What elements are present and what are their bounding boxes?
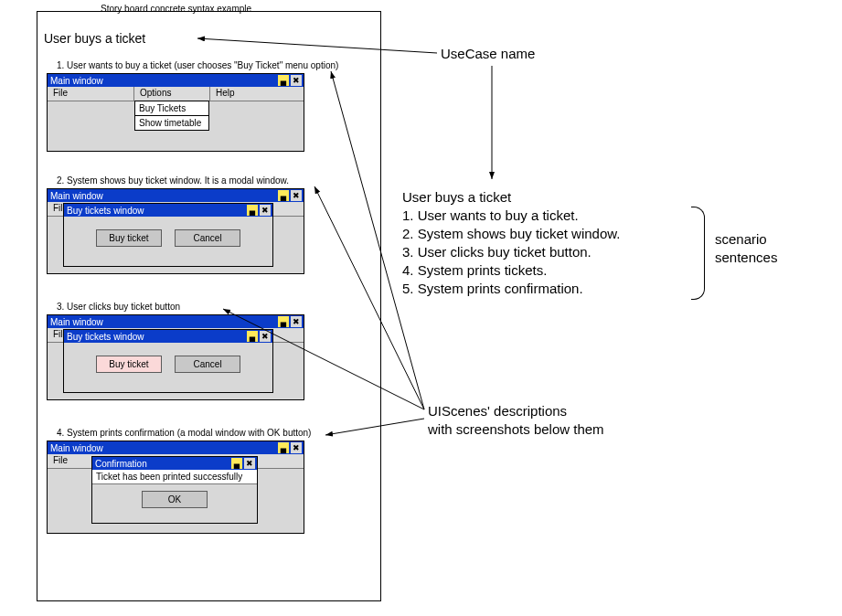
minimize-icon[interactable]: ▄ [278, 316, 289, 327]
close-icon[interactable]: ✖ [244, 458, 255, 469]
step4-win-title: Main window [50, 443, 103, 453]
scenario-line-5: 5. System prints confirmation. [402, 280, 620, 298]
step3-dialog: Buy tickets window ▄ ✖ Buy ticket Cancel [63, 329, 273, 393]
step3-titlebar: Main window ▄ ✖ [48, 315, 304, 328]
step3-dialog-title: Buy tickets window [67, 332, 144, 342]
minimize-icon[interactable]: ▄ [247, 331, 258, 342]
buy-ticket-button[interactable]: Buy ticket [96, 229, 162, 247]
step2-titlebar: Main window ▄ ✖ [48, 189, 304, 202]
cancel-button[interactable]: Cancel [175, 229, 240, 247]
scenario-line-1: 1. User wants to buy a ticket. [402, 207, 620, 225]
scenario-bracket-label: scenario sentences [715, 230, 777, 267]
storyboard-title: Story board concrete syntax example [101, 4, 251, 14]
dialog-titlebar: Confirmation ▄ ✖ [92, 457, 257, 470]
minimize-icon[interactable]: ▄ [278, 190, 289, 201]
step4-dialog-title: Confirmation [95, 459, 147, 469]
bracket-icon [691, 207, 705, 300]
step2-dialog-title: Buy tickets window [67, 206, 144, 216]
step1-win-title: Main window [50, 76, 103, 86]
minimize-icon[interactable]: ▄ [247, 205, 258, 216]
scenario-line-2: 2. System shows buy ticket window. [402, 225, 620, 243]
dialog-titlebar: Buy tickets window ▄ ✖ [64, 330, 272, 343]
step3-win-title: Main window [50, 317, 103, 327]
cancel-button[interactable]: Cancel [175, 356, 240, 373]
dialog-titlebar: Buy tickets window ▄ ✖ [64, 204, 272, 217]
step2-win-title: Main window [50, 191, 103, 201]
menu-help[interactable]: Help [210, 87, 258, 101]
step4-dialog: Confirmation ▄ ✖ Ticket has been printed… [91, 456, 258, 524]
menubar: File Options Help [48, 87, 304, 101]
menu-file[interactable]: File [48, 87, 134, 101]
menu-options[interactable]: Options [134, 87, 210, 101]
step3-label: 3. User clicks buy ticket button [57, 302, 180, 312]
options-dropdown: Buy Tickets Show timetable [134, 101, 209, 131]
uiscenes-annotation: UIScenes' descriptions with screenshots … [428, 402, 604, 439]
scenario-line-3: 3. User clicks buy ticket button. [402, 243, 620, 261]
close-icon[interactable]: ✖ [291, 190, 302, 201]
step4-titlebar: Main window ▄ ✖ [48, 441, 304, 454]
confirmation-message: Ticket has been printed successfully [92, 470, 257, 484]
usecase-name-annotation: UseCase name [441, 46, 535, 61]
ok-button[interactable]: OK [142, 491, 208, 508]
step2-dialog: Buy tickets window ▄ ✖ Buy ticket Cancel [63, 203, 273, 267]
scenario-block: User buys a ticket 1. User wants to buy … [402, 188, 620, 298]
step2-label: 2. System shows buy ticket window. It is… [57, 175, 289, 186]
close-icon[interactable]: ✖ [260, 205, 271, 216]
step1-label: 1. User wants to buy a ticket (user choo… [57, 60, 338, 70]
usecase-name: User buys a ticket [44, 31, 145, 46]
close-icon[interactable]: ✖ [260, 331, 271, 342]
step1-titlebar: Main window ▄ ✖ [48, 74, 304, 87]
step4-label: 4. System prints confirmation (a modal w… [57, 428, 311, 438]
scenario-line-4: 4. System prints tickets. [402, 261, 620, 280]
buy-ticket-button-pressed[interactable]: Buy ticket [96, 356, 162, 373]
close-icon[interactable]: ✖ [291, 75, 302, 86]
menu-file[interactable]: File [48, 454, 95, 468]
close-icon[interactable]: ✖ [291, 442, 302, 453]
minimize-icon[interactable]: ▄ [278, 442, 289, 453]
dropdown-show-timetable[interactable]: Show timetable [135, 116, 208, 130]
scenario-heading: User buys a ticket [402, 188, 620, 207]
minimize-icon[interactable]: ▄ [278, 75, 289, 86]
close-icon[interactable]: ✖ [291, 316, 302, 327]
dropdown-buy-tickets[interactable]: Buy Tickets [135, 101, 208, 116]
minimize-icon[interactable]: ▄ [231, 458, 242, 469]
